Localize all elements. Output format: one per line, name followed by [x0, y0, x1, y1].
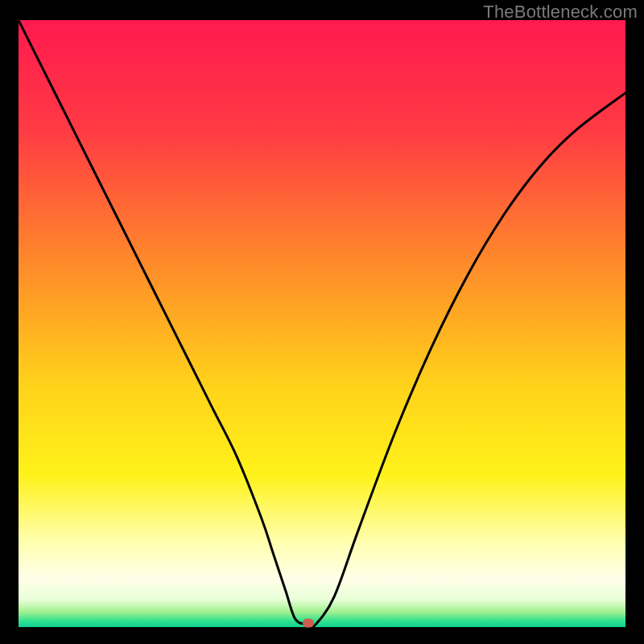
optimal-point-marker [303, 619, 314, 628]
plot-area [19, 20, 625, 627]
chart-container: TheBottleneck.com [0, 0, 644, 644]
bottleneck-curve [19, 20, 625, 627]
watermark-text: TheBottleneck.com [483, 2, 638, 23]
